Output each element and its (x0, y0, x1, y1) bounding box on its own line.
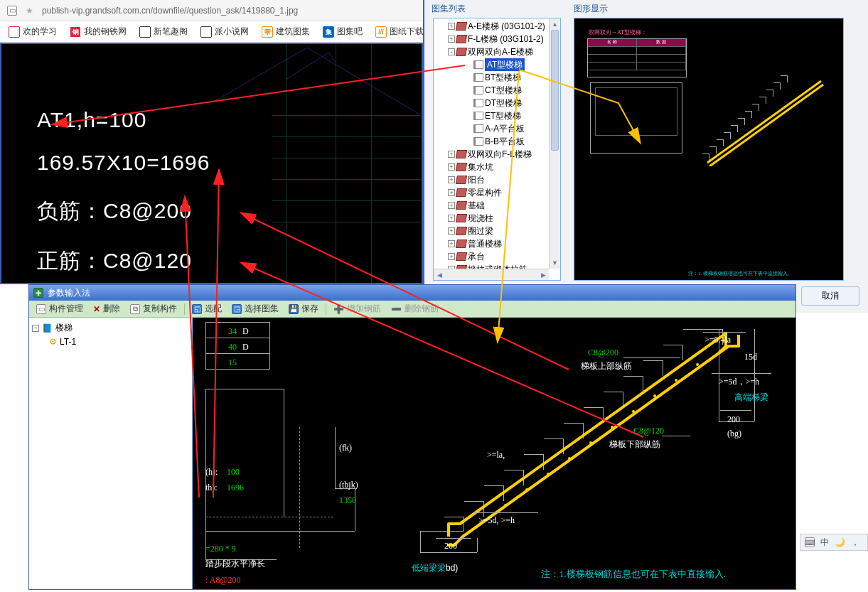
th-label: th): (205, 483, 218, 493)
atlas-icon: ◲ (232, 304, 242, 314)
tree-item[interactable]: +圈过梁 (435, 225, 559, 237)
tree-item[interactable]: +现浇柱 (435, 212, 559, 225)
moon-icon[interactable]: 🌙 (835, 537, 845, 547)
th-value[interactable]: 1696 (227, 483, 244, 493)
scroll-thumb[interactable] (551, 30, 559, 151)
expand-icon[interactable]: + (448, 189, 455, 196)
bookmark[interactable]: 新笔趣阁 (139, 26, 188, 38)
scroll-down-icon[interactable]: ▼ (550, 257, 560, 269)
h-label: (h): (205, 467, 218, 478)
cancel-button[interactable]: 取消 (801, 286, 859, 306)
select-atlas-button[interactable]: ◲选择图集 (229, 302, 282, 316)
footnote: 注：1.楼梯板钢筋信息也可在下表中直接输入. (541, 568, 726, 581)
svg-point-9 (675, 379, 677, 382)
app-icon: ✚ (33, 288, 43, 298)
save-button[interactable]: 💾保存 (286, 302, 321, 316)
tree-item[interactable]: +普通楼梯 (435, 237, 559, 250)
param-toolbar: ▭构件管理 ✕删除 ⧉复制构件 ◱选配 ◲选择图集 💾保存 ➕增加钢筋 ➖删除钢… (29, 301, 795, 318)
a-value[interactable]: : A8@200 (205, 575, 240, 586)
tree-item[interactable]: +阳台 (435, 173, 559, 186)
bookmark[interactable]: 集图集吧 (323, 26, 363, 38)
favicon-icon: 帮 (262, 26, 273, 38)
delete-button[interactable]: ✕删除 (90, 302, 123, 316)
bookmark[interactable]: 钢我的钢铁网 (70, 26, 127, 38)
expand-icon[interactable]: + (448, 227, 455, 235)
tree-item[interactable]: +A-E楼梯 (03G101-2) (435, 20, 559, 33)
param-cad-view[interactable]: 34 D 40 D 15 (h): 100 th): 1696 (193, 318, 795, 589)
tree-item-label: AT型楼梯 (485, 58, 525, 71)
scrollbar-vertical[interactable]: ▲ ▼ (549, 18, 560, 269)
tree-item[interactable]: +基础 (435, 199, 559, 212)
tree-item[interactable]: +双网双向F-L楼梯 (435, 148, 559, 161)
low-200: 200 (444, 541, 457, 551)
tree-item[interactable]: A-A平台板 (435, 122, 559, 135)
cad-annotation-view: AT1,h=100 169.57X10=1696 负筋：C8@200 正筋：C8… (0, 43, 423, 284)
low-beam: 低端梁梁bd) (412, 562, 458, 574)
book-icon (456, 35, 467, 43)
tree-item[interactable]: B-B平台板 (435, 135, 559, 148)
tree-item[interactable]: BT型楼梯 (435, 71, 559, 84)
tree-item[interactable]: +承台 (435, 250, 559, 263)
h-value[interactable]: 100 (227, 467, 240, 478)
expand-icon[interactable]: + (448, 215, 455, 222)
tree-item[interactable]: +F-L楼梯 (03G101-2) (435, 33, 559, 45)
book-icon (456, 188, 467, 197)
pick-button[interactable]: ◱选配 (189, 302, 225, 316)
tree-item[interactable]: CT型楼梯 (435, 84, 559, 97)
tree-item-label: 双网双向A-E楼梯 (468, 45, 533, 58)
expand-icon[interactable]: + (448, 36, 455, 43)
favicon-icon: 集 (323, 26, 334, 38)
svg-point-3 (547, 473, 550, 475)
del-rebar-button[interactable]: ➖删除钢筋 (388, 302, 441, 316)
expand-icon[interactable]: - (448, 48, 455, 55)
folder-icon: 📘 (42, 323, 53, 333)
thumbnail-preview: 双网双向→AT型楼梯： 名 称数 据 (574, 18, 844, 281)
tree-item[interactable]: ET型楼梯 (435, 109, 559, 122)
tree-item[interactable]: +零星构件 (435, 186, 559, 199)
expand-icon[interactable]: + (448, 202, 455, 209)
hi-15d: 15d (744, 352, 757, 362)
keyboard-icon[interactable]: ⌨ (805, 537, 815, 547)
bookmark[interactable]: 帮建筑图集 (262, 26, 310, 38)
scroll-left-icon[interactable]: ◀ (434, 269, 445, 280)
scroll-right-icon[interactable]: ▶ (537, 269, 549, 280)
tree-item[interactable]: -双网双向A-E楼梯 (435, 45, 559, 58)
tree-item[interactable]: AT型楼梯 (435, 58, 559, 71)
tree-item-label: A-E楼梯 (03G101-2) (468, 20, 545, 33)
bookmark[interactable]: ///图纸下载 (375, 26, 424, 38)
star-icon[interactable]: ★ (26, 6, 33, 16)
expand-icon[interactable]: + (448, 23, 455, 30)
scrollbar-horizontal[interactable]: ◀ ▶ (434, 269, 549, 280)
tree-item[interactable]: DT型楼梯 (435, 97, 559, 109)
num-40: 40 (228, 342, 237, 352)
add-rebar-button[interactable]: ➕增加钢筋 (331, 302, 384, 316)
expand-icon[interactable]: + (448, 163, 455, 171)
comma-icon[interactable]: ， (851, 537, 859, 549)
expand-icon[interactable]: + (448, 176, 455, 183)
expand-icon[interactable]: + (448, 253, 455, 260)
copy-button[interactable]: ⧉复制构件 (127, 302, 180, 316)
scroll-up-icon[interactable]: ▲ (550, 18, 560, 30)
bookmark[interactable]: 欢的学习 (9, 26, 57, 38)
bookmark[interactable]: 派小说网 (200, 26, 249, 38)
svg-point-4 (568, 457, 571, 460)
tree-item-label: F-L楼梯 (03G101-2) (468, 33, 544, 45)
tree-item[interactable]: +集水坑 (435, 161, 559, 173)
tree-item[interactable]: ⚙ LT-1 (32, 335, 189, 348)
atlas-dialog: 图集列表 图形显示 +A-E楼梯 (03G101-2)+F-L楼梯 (03G10… (423, 0, 868, 313)
expand-icon[interactable]: + (448, 151, 455, 158)
tree-item-label: 双网双向F-L楼梯 (468, 148, 532, 161)
tbjk-value[interactable]: 1350 (339, 495, 356, 506)
expand-icon[interactable]: + (448, 240, 455, 247)
component-tree[interactable]: − 📘 楼梯 ⚙ LT-1 (29, 318, 193, 589)
d-34: D (242, 326, 249, 337)
manage-button[interactable]: ▭构件管理 (33, 302, 86, 316)
atlas-tree[interactable]: +A-E楼梯 (03G101-2)+F-L楼梯 (03G101-2)-双网双向A… (433, 18, 561, 281)
tree-item-label: 承台 (468, 250, 485, 263)
collapse-icon[interactable]: − (32, 325, 39, 332)
c8-200: C8@200 (588, 348, 618, 358)
page-icon (473, 137, 483, 146)
book-icon (456, 163, 467, 171)
tree-root[interactable]: − 📘 楼梯 (32, 321, 189, 335)
manage-icon: ▭ (36, 304, 46, 314)
